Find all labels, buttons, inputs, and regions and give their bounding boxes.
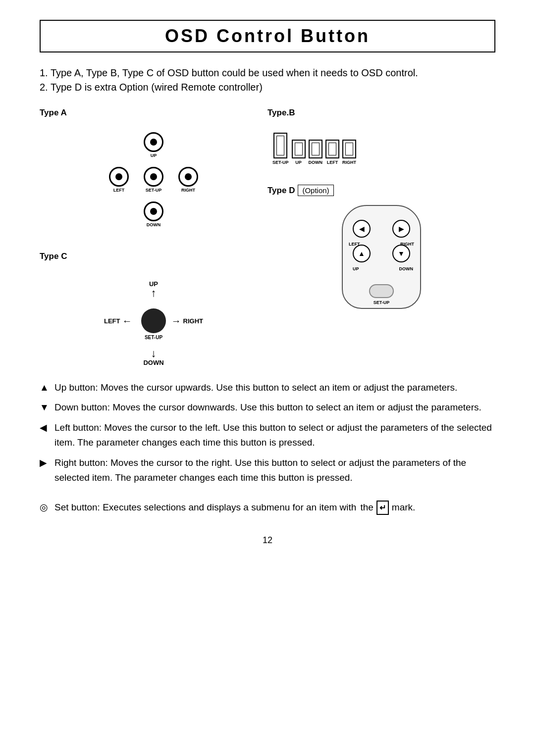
type-d-up-arrow: ▲ <box>358 250 365 257</box>
type-c-left-arrow: ← <box>122 315 132 327</box>
description-list: ▲ Up button: Moves the cursor upwards. U… <box>40 380 495 485</box>
type-b-btn-setup[interactable]: SET-UP <box>272 133 289 165</box>
type-c-right-text: RIGHT <box>183 317 203 325</box>
grid-cell-right: RIGHT <box>171 162 206 197</box>
intro-list: 1. Type A, Type B, Type C of OSD button … <box>40 67 495 93</box>
set-btn-text-the: the <box>360 500 373 515</box>
type-b-setup-label: SET-UP <box>272 160 289 165</box>
type-b-right-label: RIGHT <box>342 160 356 165</box>
type-b-left-label: LEFT <box>327 160 338 165</box>
type-c-right-label: → RIGHT <box>171 315 203 327</box>
type-b-down-label: DOWN <box>309 160 323 165</box>
type-d-section: Type D (Option) ◀ LEFT ▶ RIGHT <box>268 185 495 314</box>
type-c-up-label: UP ↑ <box>149 280 158 299</box>
bullet-up: ▲ <box>40 380 49 395</box>
type-c-right-arrow: → <box>171 315 181 327</box>
set-button-line: ◎ Set button: Executes selections and di… <box>40 500 495 515</box>
grid-cell-down: DOWN <box>136 197 171 232</box>
grid-cell-empty-br <box>171 197 206 232</box>
type-b-btn-right[interactable]: RIGHT <box>342 140 356 165</box>
type-b-section: Type.B SET-UP UP DOWN <box>268 108 495 170</box>
grid-cell-left: LEFT <box>102 162 136 197</box>
set-btn-text-after: mark. <box>392 500 416 515</box>
type-c-down-text: DOWN <box>143 359 163 366</box>
type-b-setup-shape <box>273 133 287 158</box>
desc-down-text: Down button: Moves the cursor downwards.… <box>54 402 482 412</box>
btn-setup-label: SET-UP <box>146 188 162 193</box>
btn-right[interactable] <box>178 167 198 187</box>
btn-left-label: LEFT <box>113 188 125 193</box>
type-b-label: Type.B <box>268 108 495 118</box>
type-b-left-shape <box>325 140 339 158</box>
type-c-left-text: LEFT <box>104 317 120 325</box>
type-d-remote: ◀ LEFT ▶ RIGHT ▲ UP ▼ <box>342 205 421 309</box>
type-d-down-arrow: ▼ <box>398 250 405 257</box>
grid-cell-setup: SET-UP <box>136 162 171 197</box>
type-d-up-label: UP <box>353 266 359 271</box>
btn-down[interactable] <box>144 202 163 221</box>
grid-cell-empty-tl <box>102 128 136 162</box>
intro-item-1: 1. Type A, Type B, Type C of OSD button … <box>40 67 495 79</box>
diagrams-row: Type A UP <box>40 108 495 375</box>
page-title: OSD Control Button <box>51 26 484 47</box>
set-bullet: ◎ <box>40 500 48 515</box>
type-c-container: UP ↑ LEFT ← SET-UP → RIGHT <box>40 266 268 375</box>
left-diagrams: Type A UP <box>40 108 268 375</box>
btn-down-label: DOWN <box>147 222 161 227</box>
type-c-center-btn[interactable] <box>141 308 166 333</box>
desc-item-right: ▶ Right button: Moves the cursor to the … <box>40 455 495 486</box>
type-b-down-shape <box>309 140 322 158</box>
type-a-section: Type A UP <box>40 108 268 237</box>
desc-right-text: Right button: Moves the cursor to the ri… <box>54 457 466 483</box>
type-d-btn-down[interactable]: ▼ <box>392 245 410 262</box>
btn-up-label: UP <box>151 153 157 158</box>
desc-item-left: ◀ Left button: Moves the cursor to the l… <box>40 420 495 451</box>
type-d-setup-label: SET-UP <box>374 300 390 305</box>
type-b-btn-down[interactable]: DOWN <box>309 140 323 165</box>
type-b-row: SET-UP UP DOWN LEFT <box>272 133 356 165</box>
desc-left-text: Left button: Moves the cursor to the lef… <box>54 422 492 448</box>
right-diagrams: Type.B SET-UP UP DOWN <box>268 108 495 375</box>
type-c-down-arrow: ↓ <box>143 348 163 359</box>
type-d-label: Type D <box>268 186 295 196</box>
btn-down-inner <box>150 208 157 215</box>
type-b-up-label: UP <box>295 160 302 165</box>
btn-setup[interactable] <box>144 167 163 187</box>
type-b-btn-left[interactable]: LEFT <box>325 140 339 165</box>
type-c-up-arrow: ↑ <box>149 288 158 299</box>
type-b-right-shape <box>342 140 356 158</box>
type-c-section: Type C UP ↑ LEFT ← SET-UP <box>40 252 268 375</box>
type-b-container: SET-UP UP DOWN LEFT <box>268 123 495 170</box>
btn-right-label: RIGHT <box>181 188 195 193</box>
btn-right-inner <box>185 173 192 180</box>
set-btn-text-before: Set button: Executes selections and disp… <box>54 500 356 515</box>
type-d-btn-left[interactable]: ◀ <box>353 220 371 238</box>
btn-up[interactable] <box>144 132 163 152</box>
type-a-container: UP LEFT <box>40 123 268 237</box>
bullet-right: ▶ <box>40 455 47 470</box>
type-d-left-arrow: ◀ <box>359 225 365 233</box>
type-a-label: Type A <box>40 108 268 118</box>
type-d-container: ◀ LEFT ▶ RIGHT ▲ UP ▼ <box>268 200 495 314</box>
type-c-label: Type C <box>40 252 268 261</box>
type-d-btn-setup[interactable] <box>369 284 394 298</box>
type-d-label-row: Type D (Option) <box>268 185 495 196</box>
desc-item-down: ▼ Down button: Moves the cursor downward… <box>40 400 495 415</box>
bullet-down: ▼ <box>40 400 49 415</box>
type-b-btn-up[interactable]: UP <box>292 140 306 165</box>
grid-cell-empty-tr <box>171 128 206 162</box>
intro-item-2: 2. Type D is extra Option (wired Remote … <box>40 82 495 93</box>
type-d-right-arrow: ▶ <box>399 225 404 233</box>
type-d-btn-right[interactable]: ▶ <box>392 220 410 238</box>
desc-up-text: Up button: Moves the cursor upwards. Use… <box>54 382 457 393</box>
type-d-down-label: DOWN <box>399 266 414 271</box>
btn-setup-inner <box>150 173 157 180</box>
type-c-down-label: ↓ DOWN <box>143 348 163 366</box>
bullet-left: ◀ <box>40 420 47 435</box>
btn-up-inner <box>150 139 157 146</box>
type-d-btn-up[interactable]: ▲ <box>353 245 371 262</box>
type-d-option: (Option) <box>298 185 333 196</box>
grid-cell-up: UP <box>136 128 171 162</box>
btn-left[interactable] <box>109 167 129 187</box>
btn-left-inner <box>115 173 122 180</box>
